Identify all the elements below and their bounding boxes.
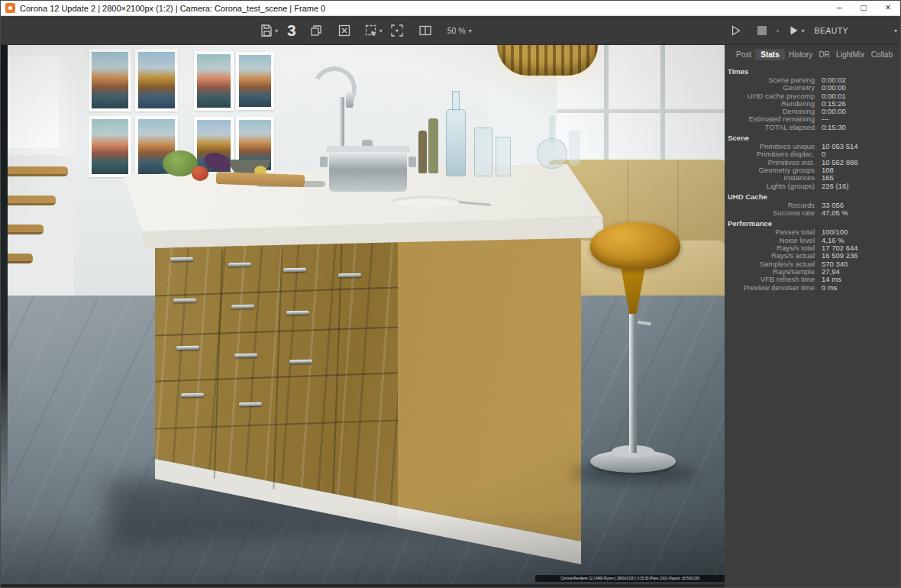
- chevron-down-icon: ▾: [469, 27, 472, 34]
- drawer-handle: [289, 360, 312, 364]
- split-view-icon: [418, 23, 433, 38]
- tomato: [192, 166, 208, 181]
- chevron-down-icon: ▾: [379, 27, 383, 34]
- drawer-handle: [170, 257, 193, 262]
- focus-pick-button[interactable]: [388, 21, 406, 40]
- stats-section-scene: Scene Primitives unique10 053 514 Primit…: [728, 134, 898, 190]
- picture-frame: [89, 49, 131, 111]
- render-element-dropdown[interactable]: ▾: [894, 27, 897, 34]
- scene-left-window-light: [5, 57, 59, 148]
- drawer-handle: [228, 263, 251, 267]
- stat-value: 0:00:00: [822, 108, 898, 115]
- stat-label: Lights (groups): [728, 183, 815, 190]
- clear-vfb-button[interactable]: [335, 21, 354, 40]
- save-icon: [259, 23, 274, 38]
- panel-tabs: Post Stats History DR LightMix Collab: [728, 47, 898, 65]
- scene-stairs: [1, 156, 74, 301]
- tab-stats[interactable]: Stats: [755, 49, 784, 60]
- tab-lightmix[interactable]: LightMix: [834, 49, 867, 60]
- snapshots-indicator: 3: [287, 21, 296, 40]
- decanter-body: [537, 138, 567, 169]
- drawer-handle: [234, 354, 257, 358]
- faucet-head: [346, 92, 354, 108]
- corona-logo-ring: [8, 6, 12, 10]
- water-bottle: [446, 109, 466, 176]
- drawer-handle: [286, 311, 309, 315]
- ab-compare-button[interactable]: [416, 21, 434, 40]
- tab-collab[interactable]: Collab: [869, 49, 895, 60]
- save-image-button[interactable]: ▾: [257, 21, 279, 40]
- stats-section-header: Scene: [728, 134, 898, 142]
- close-button[interactable]: ×: [876, 1, 900, 16]
- stop-render-button[interactable]: [753, 21, 771, 40]
- stat-label: VFB refresh time: [728, 276, 815, 283]
- sofa-seam: [677, 161, 679, 242]
- plate: [392, 196, 460, 207]
- picture-frame: [236, 52, 274, 110]
- zoom-level-dropdown[interactable]: 50 % ▾: [447, 26, 472, 35]
- start-interactive-button[interactable]: [726, 21, 744, 40]
- app-window: Corona 12 Update 2 | 2800×2100px (1:2) |…: [0, 0, 901, 588]
- wine-glass: [569, 131, 580, 166]
- drawer-handle: [338, 273, 361, 278]
- stats-row: Lights (groups)226 (16): [728, 183, 898, 190]
- copy-icon: [308, 23, 324, 38]
- stat-value: 0 ms: [822, 284, 898, 292]
- stop-icon: [754, 23, 770, 38]
- window-mullion: [557, 109, 725, 113]
- title-bar: Corona 12 Update 2 | 2800×2100px (1:2) |…: [1, 1, 900, 16]
- vfb-side-panel: Post Stats History DR LightMix Collab Ti…: [725, 45, 901, 587]
- maximize-button[interactable]: □: [851, 1, 876, 16]
- drawer-handle: [173, 299, 196, 303]
- tab-post[interactable]: Post: [734, 49, 754, 60]
- picture-frame: [89, 116, 131, 177]
- stats-section-header: Performance: [728, 219, 898, 228]
- picture-photo: [138, 52, 175, 108]
- stats-section-uhd-cache: UHD Cache Records33 056 Success rate47,0…: [728, 192, 898, 218]
- stats-row: Success rate47,05 %: [728, 209, 898, 217]
- drawer-handle: [239, 402, 262, 407]
- minimize-button[interactable]: –: [827, 1, 851, 16]
- play-outline-icon: [728, 23, 743, 38]
- stool-seat: [590, 222, 680, 270]
- stat-value: 0:15:30: [822, 124, 898, 131]
- region-render-button[interactable]: ▾: [362, 21, 384, 40]
- stat-value: 10 053 514: [822, 143, 898, 150]
- render-viewport[interactable]: Corona Renderer 12 | AMD Ryzen | 2800x21…: [1, 45, 725, 587]
- stat-value: 14 ms: [822, 276, 898, 283]
- pot-handle: [320, 157, 328, 167]
- window-title: Corona 12 Update 2 | 2800×2100px (1:2) |…: [20, 4, 325, 13]
- drawer-handle: [176, 346, 199, 351]
- stat-label: Success rate: [728, 209, 815, 217]
- copy-image-button[interactable]: [307, 21, 325, 40]
- start-render-button[interactable]: ▾: [784, 21, 806, 40]
- stat-value: 226 (16): [822, 183, 898, 190]
- chevron-down-icon: ▾: [275, 27, 278, 34]
- window-controls: – □ ×: [827, 1, 900, 16]
- drinking-glass: [474, 128, 492, 176]
- zoom-level-value: 50 %: [447, 26, 466, 35]
- stair-tread: [1, 166, 68, 176]
- stats-section-header: Times: [728, 67, 898, 76]
- scene-left-dark-edge: [1, 45, 8, 503]
- vfb-toolbar: ▾ 3 ▾ 50 % ▾: [1, 16, 900, 45]
- tab-history[interactable]: History: [786, 49, 815, 60]
- render-image[interactable]: Corona Renderer 12 | AMD Ryzen | 2800x21…: [1, 45, 725, 584]
- tab-dr[interactable]: DR: [816, 49, 832, 60]
- picture-photo: [239, 55, 271, 107]
- stats-section-times: Times Scene parsing0:00:02 Geometry0:00:…: [728, 67, 898, 131]
- drawer-handle: [283, 268, 306, 273]
- stat-label: Preview denoiser time: [728, 284, 815, 292]
- stats-row: Preview denoiser time0 ms: [728, 284, 898, 292]
- picture-photo: [197, 54, 231, 108]
- pot-body: [329, 152, 407, 192]
- stat-label: TOTAL elapsed: [728, 124, 815, 131]
- toolbar-render-group: ▾ BEAUTY ▾: [726, 16, 897, 45]
- region-select-icon: [363, 23, 379, 38]
- picture-photo: [92, 52, 128, 108]
- pot-handle: [409, 157, 416, 167]
- corona-logo-icon: [5, 3, 15, 13]
- chevron-down-icon: ▾: [802, 27, 805, 34]
- stat-value: 47,05 %: [822, 209, 898, 217]
- main-area: Corona Renderer 12 | AMD Ryzen | 2800x21…: [1, 45, 900, 587]
